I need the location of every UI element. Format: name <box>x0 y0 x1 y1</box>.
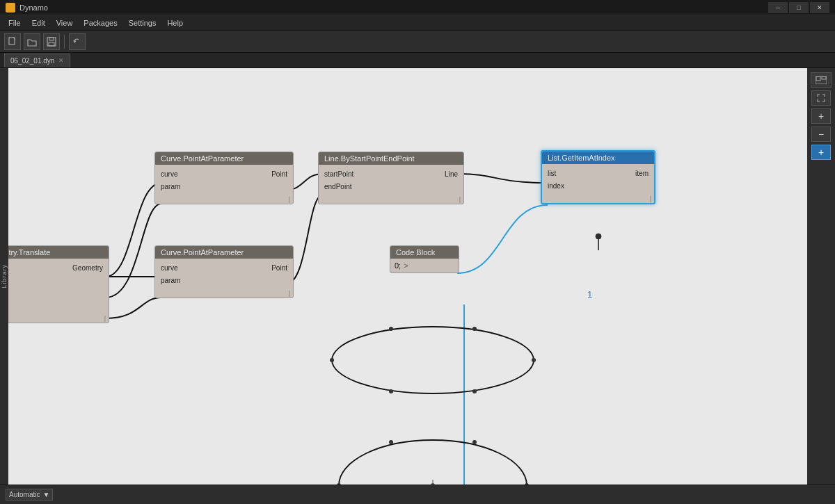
code-value: 0; <box>395 261 401 270</box>
port-curve1-label: curve <box>161 170 177 178</box>
port-index-label: index <box>548 182 564 190</box>
port-row-tion3: tion <box>8 299 109 311</box>
port-endpoint-label: endPoint <box>324 183 351 190</box>
undo-button[interactable] <box>69 33 86 50</box>
port-line-label: Line <box>445 170 458 178</box>
connections-svg <box>8 68 807 485</box>
menu-help[interactable]: Help <box>161 17 189 29</box>
svg-point-21 <box>389 440 393 444</box>
tab-close-icon[interactable]: ✕ <box>58 57 64 64</box>
menu-bar: File Edit View Packages Settings Help <box>0 15 835 31</box>
svg-point-9 <box>330 358 334 362</box>
node-footer-curve1: | <box>155 195 293 204</box>
node-footer-geometry: | <box>8 314 109 323</box>
node-footer-list-get: | <box>542 195 654 203</box>
node-header-line: Line.ByStartPointEndPoint <box>319 152 463 165</box>
node-header-curve-point-1: Curve.PointAtParameter <box>155 152 293 165</box>
node-body-geometry-translate: y Geometry tion tion tion <box>8 259 109 314</box>
svg-point-13 <box>389 389 393 393</box>
view-home-button[interactable] <box>811 72 832 88</box>
expand-button[interactable] <box>811 90 831 106</box>
port-point1-label: Point <box>271 170 287 178</box>
code-arrow: > <box>404 261 408 270</box>
window-controls: ─ □ ✕ <box>768 2 829 13</box>
app-icon <box>6 3 15 13</box>
tab-label: 06_02_01.dyn <box>10 57 54 65</box>
menu-file[interactable]: File <box>3 17 26 29</box>
port-row-tion1: tion <box>8 274 109 286</box>
open-button[interactable] <box>24 33 40 50</box>
menu-settings[interactable]: Settings <box>123 17 162 29</box>
lower-ellipse <box>335 437 530 485</box>
status-bar: Automatic ▼ <box>0 485 835 504</box>
node-geometry-translate[interactable]: ometry.Translate y Geometry tion tion ti… <box>8 245 109 323</box>
library-label: Library <box>1 264 8 288</box>
port-row-endpoint: endPoint <box>319 180 463 193</box>
number-label-1: 1 <box>587 289 592 300</box>
status-dropdown-arrow: ▼ <box>42 491 49 498</box>
node-header-code-block: Code Block <box>390 246 459 259</box>
node-header-curve-point-2: Curve.PointAtParameter <box>155 246 293 259</box>
port-row-index: index <box>542 179 654 192</box>
toolbar <box>0 31 835 53</box>
close-button[interactable]: ✕ <box>810 2 829 13</box>
status-mode-dropdown[interactable]: Automatic ▼ <box>6 489 53 501</box>
node-footer-line: | <box>319 195 463 204</box>
node-curve-point-2[interactable]: Curve.PointAtParameter curve Point param… <box>154 245 294 298</box>
port-list-label: list <box>548 170 556 177</box>
toolbar-separator <box>64 35 65 49</box>
svg-point-19 <box>337 483 341 485</box>
minimize-button[interactable]: ─ <box>768 2 788 13</box>
menu-view[interactable]: View <box>51 17 79 29</box>
svg-rect-26 <box>816 76 820 81</box>
svg-point-22 <box>472 440 477 444</box>
node-body-curve-point-2: curve Point param <box>155 259 293 289</box>
svg-rect-25 <box>816 76 827 84</box>
node-list-get-item[interactable]: List.GetItemAtIndex list item index | <box>541 150 655 204</box>
zoom-out-button[interactable]: − <box>811 127 831 142</box>
new-button[interactable] <box>4 33 21 50</box>
canvas[interactable]: ometry.Translate y Geometry tion tion ti… <box>8 68 807 485</box>
node-body-code-block: 0; > <box>390 259 459 273</box>
port-row-list: list item <box>542 167 654 179</box>
menu-edit[interactable]: Edit <box>26 17 51 29</box>
node-code-block[interactable]: Code Block 0; > <box>390 245 459 273</box>
node-footer-curve2: | <box>155 289 293 298</box>
port-curve2-label: curve <box>161 264 177 272</box>
svg-rect-4 <box>49 42 54 46</box>
svg-point-15 <box>339 440 527 485</box>
title-text: Dynamo <box>19 3 768 12</box>
save-button[interactable] <box>43 33 60 50</box>
title-bar: Dynamo ─ □ ✕ <box>0 0 835 15</box>
port-row-param1: param <box>155 180 293 193</box>
port-row-param2: param <box>155 274 293 286</box>
port-row-y: y Geometry <box>8 261 109 274</box>
add-button[interactable]: + <box>811 145 831 160</box>
maximize-button[interactable]: □ <box>789 2 809 13</box>
port-row-curve2: curve Point <box>155 261 293 274</box>
menu-packages[interactable]: Packages <box>78 17 122 29</box>
svg-point-20 <box>525 483 529 485</box>
svg-point-12 <box>472 327 477 331</box>
port-row-curve1: curve Point <box>155 168 293 180</box>
svg-point-14 <box>472 389 477 393</box>
right-tools-panel: + − + <box>807 68 835 485</box>
port-item-label: item <box>635 170 649 177</box>
svg-point-11 <box>389 327 393 331</box>
port-param2-label: param <box>161 277 180 284</box>
tab-file[interactable]: 06_02_01.dyn ✕ <box>4 54 70 67</box>
node-header-list-get: List.GetItemAtIndex <box>542 152 654 164</box>
zoom-in-button[interactable]: + <box>811 108 831 124</box>
node-body-list-get: list item index <box>542 164 654 195</box>
library-panel[interactable]: Library <box>0 68 8 485</box>
port-row-startpoint: startPoint Line <box>319 168 463 180</box>
node-line-start-end[interactable]: Line.ByStartPointEndPoint startPoint Lin… <box>318 152 464 204</box>
port-geometry-label: Geometry <box>72 264 103 272</box>
port-point2-label: Point <box>271 264 287 272</box>
tab-bar: 06_02_01.dyn ✕ <box>0 53 835 68</box>
node-curve-point-1[interactable]: Curve.PointAtParameter curve Point param… <box>154 152 294 204</box>
main-area: Library <box>0 68 835 485</box>
svg-point-10 <box>532 358 536 362</box>
svg-point-8 <box>332 327 534 393</box>
port-startpoint-label: startPoint <box>324 170 353 178</box>
